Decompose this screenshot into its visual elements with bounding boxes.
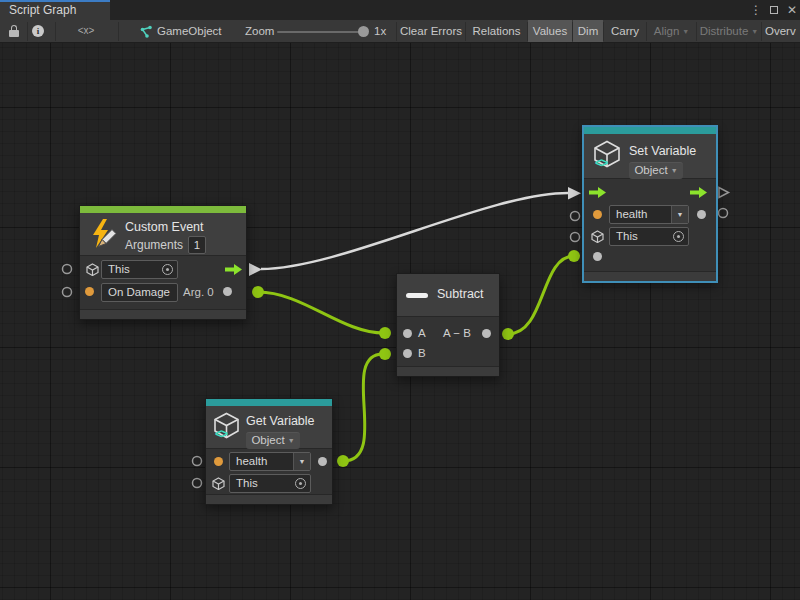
relations-button[interactable]: Relations	[466, 20, 527, 42]
arguments-label: Arguments	[125, 238, 183, 252]
input-a-label: A	[418, 327, 426, 339]
cube-icon	[212, 477, 225, 490]
maximize-icon[interactable]	[766, 0, 782, 20]
output-label: A − B	[443, 327, 471, 339]
node-title: Get Variable	[246, 414, 315, 428]
minus-icon	[406, 293, 428, 298]
node-title: Custom Event	[125, 220, 204, 234]
node-get-variable[interactable]: <> Get Variable Object▼ health ▼ This	[205, 398, 333, 505]
variable-color-bar	[584, 127, 716, 134]
target-field[interactable]: This	[101, 260, 178, 279]
input-b-port[interactable]	[403, 349, 412, 358]
flow-output-arrow-port[interactable]	[225, 264, 242, 275]
target-picker-icon[interactable]	[162, 264, 173, 275]
distribute-button[interactable]: Distribute▼	[697, 20, 761, 42]
chevron-down-icon: ▼	[679, 28, 689, 35]
event-port[interactable]	[85, 287, 94, 296]
target-field[interactable]: This	[609, 227, 689, 246]
node-custom-event[interactable]: Custom Event Arguments 1 This On Damage …	[79, 205, 247, 320]
arg-port-label: Arg. 0	[183, 286, 214, 298]
zoom-slider-track[interactable]	[277, 31, 368, 33]
zoom-label: Zoom	[245, 20, 274, 42]
variable-name-port[interactable]	[214, 457, 223, 466]
event-color-bar	[80, 206, 246, 213]
clear-errors-button[interactable]: Clear Errors	[397, 20, 465, 42]
tab-title: Script Graph	[9, 3, 76, 17]
value-input-port[interactable]	[593, 252, 602, 261]
result-output-port[interactable]	[482, 329, 491, 338]
carry-button[interactable]: Carry	[604, 20, 646, 42]
cube-icon	[591, 230, 604, 243]
lightning-pencil-icon	[89, 218, 121, 252]
variable-name-port[interactable]	[593, 210, 602, 219]
event-name-field[interactable]: On Damage	[101, 283, 178, 302]
node-title: Set Variable	[629, 144, 696, 158]
node-set-variable[interactable]: <> Set Variable Object▼ health ▼ This	[583, 126, 717, 282]
unity-script-graph-window: Script Graph ⋮ ✕ i <x> GameObject Zoom 1…	[0, 0, 800, 600]
value-output-port[interactable]	[697, 210, 706, 219]
tab-bar: Script Graph ⋮ ✕	[0, 0, 800, 20]
arg-output-port[interactable]	[223, 287, 232, 296]
tab-script-graph[interactable]: Script Graph	[0, 0, 110, 20]
chevron-down-icon: ▼	[748, 28, 758, 35]
node-subtract[interactable]: Subtract A A − B B	[396, 273, 500, 377]
flow-output-arrow-port[interactable]	[690, 187, 707, 198]
chevron-down-icon[interactable]: ▼	[671, 206, 688, 223]
flow-input-arrow-port[interactable]	[589, 187, 606, 198]
align-button[interactable]: Align▼	[647, 20, 696, 42]
variable-color-bar	[206, 399, 332, 406]
lock-button[interactable]	[0, 20, 27, 42]
node-title: Subtract	[437, 287, 484, 301]
arguments-count-field[interactable]: 1	[188, 236, 206, 254]
chevron-down-icon: ▼	[668, 167, 678, 174]
graph-toolbar: i <x> GameObject Zoom 1x Clear Errors Re…	[0, 20, 800, 43]
variable-name-dropdown[interactable]: health ▼	[229, 452, 311, 471]
close-icon[interactable]: ✕	[784, 0, 800, 20]
scope-dropdown[interactable]: Object▼	[246, 432, 300, 449]
zoom-slider-handle[interactable]	[358, 26, 369, 37]
scope-dropdown[interactable]: Object▼	[629, 162, 683, 179]
input-b-label: B	[418, 347, 426, 359]
dim-button[interactable]: Dim	[573, 20, 603, 42]
edit-code-button[interactable]: <x>	[55, 20, 118, 42]
zoom-value: 1x	[374, 20, 386, 42]
target-picker-icon[interactable]	[673, 231, 684, 242]
graph-target-label[interactable]: GameObject	[157, 20, 222, 42]
info-button[interactable]: i	[27, 20, 55, 42]
chevron-down-icon: ▼	[285, 437, 295, 444]
values-button[interactable]: Values	[528, 20, 572, 42]
graph-network-icon	[139, 25, 152, 38]
variable-glyph-icon: <>	[215, 427, 227, 441]
cube-icon	[86, 263, 99, 276]
input-a-port[interactable]	[403, 329, 412, 338]
chevron-down-icon[interactable]: ▼	[293, 453, 310, 470]
variable-glyph-icon: <>	[595, 156, 607, 170]
variable-name-dropdown[interactable]: health ▼	[609, 205, 689, 224]
overview-button[interactable]: Overv	[762, 20, 800, 42]
kebab-menu-icon[interactable]: ⋮	[748, 0, 764, 20]
target-field[interactable]: This	[229, 474, 311, 493]
info-icon: i	[32, 25, 44, 37]
target-picker-icon[interactable]	[295, 478, 306, 489]
code-icon: <x>	[74, 20, 98, 42]
value-output-port[interactable]	[318, 457, 327, 466]
